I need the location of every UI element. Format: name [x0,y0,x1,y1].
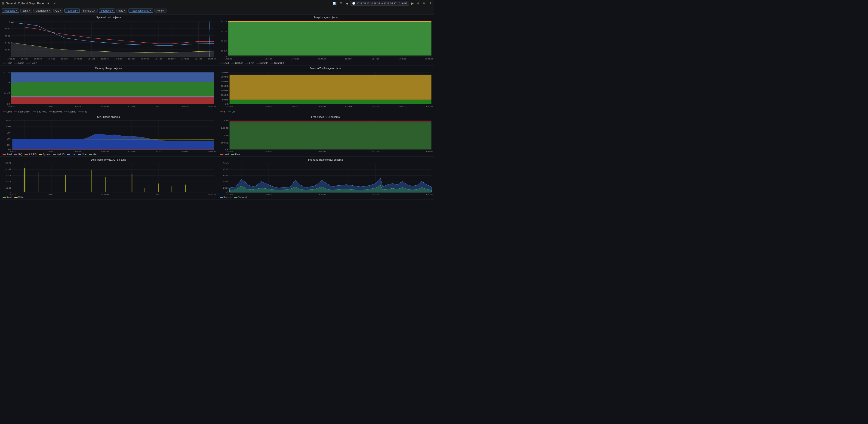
svg-text:0 b/s: 0 b/s [224,191,228,193]
time-range-display[interactable]: 🕐 2022-05-17 10:38:34 to 2022-05-17 10:4… [350,1,409,5]
legend-mem-cached: Cached [64,110,76,113]
svg-text:10:39:00: 10:39:00 [7,106,15,108]
svg-marker-128 [229,100,431,104]
zoom-in-button[interactable]: ⊕ [422,1,426,5]
svg-text:10:42:00: 10:42:00 [318,194,326,196]
svg-text:100%: 100% [6,125,11,128]
swap-usage-chart: 40 GB 30 GB 20 GB 10 GB 0 B 10:39:00 10:… [217,19,434,61]
svg-text:10:44:30: 10:44:30 [155,58,162,60]
svg-text:50 MB: 50 MB [222,98,228,101]
svg-text:10:41:00: 10:41:00 [74,151,82,153]
svg-rect-215 [38,172,38,192]
filter-nvme1n1[interactable]: nvme1n1▾ [81,8,98,13]
panel-free-space: Free space (OE) on jama 2 TB 1.50 TB 1 T… [217,114,434,157]
svg-marker-188 [229,121,431,122]
svg-text:20 Gb: 20 Gb [5,181,11,183]
filter-none[interactable]: None▾ [154,8,166,13]
star-button[interactable]: ★ [46,1,51,5]
svg-text:3 kb/s: 3 kb/s [223,174,229,177]
system-load-svg: 1 0.800 0.600 0.400 0.200 0 10:39:00 10:… [0,19,217,61]
svg-text:10:40:00: 10:40:00 [48,106,55,108]
svg-text:0%: 0% [8,148,11,150]
filter-eth0[interactable]: eth0▾ [116,8,127,13]
settings-button[interactable]: ⚙ [339,1,344,5]
cpu-usage-chart: 125% 100% 75% 50% 25% 0% 10:39:00 10:40:… [0,119,217,153]
svg-text:1: 1 [9,21,10,23]
svg-text:10:46:30: 10:46:30 [425,194,433,196]
svg-text:100 MB: 100 MB [221,94,228,96]
svg-text:30 Gb: 30 Gb [5,174,11,177]
cpu-usage-title: CPU usage on jama [0,114,217,119]
svg-text:10:46:30: 10:46:30 [425,151,433,153]
swap-inout-chart: 350 MB 300 MB 250 MB 200 MB 150 MB 100 M… [217,70,434,110]
filter-oe[interactable]: OE▾ [54,8,63,13]
svg-text:10:43:00: 10:43:00 [345,106,352,108]
free-space-legend: Used Free [217,153,434,157]
filter-interface[interactable]: Interface▾ [99,8,115,13]
legend-slab-recl: Slab Recl. [33,110,47,113]
swap-usage-legend: Used Cached Free SwapIn SwapOut [217,61,434,65]
interface-svg: 5 kb/s 4 kb/s 3 kb/s 2 kb/s 1 kb/s 0 b/s… [217,162,434,196]
svg-text:10:41:00: 10:41:00 [291,58,299,60]
svg-text:10:44:00: 10:44:00 [372,151,379,153]
svg-text:500 GB: 500 GB [221,142,228,144]
cpu-legend: Steal IRQ SoftIRQ System Wait-IO User Ni… [0,153,217,157]
svg-text:10:40:00: 10:40:00 [265,106,272,108]
panel-swap-inout: Swap In/Out Usage on jama 350 MB [217,65,434,114]
svg-rect-222 [172,186,172,192]
svg-text:1 TB: 1 TB [224,134,228,136]
svg-text:10:46:00: 10:46:00 [195,58,202,60]
panel-cpu-usage: CPU usage on jama 125% 100% 75% [0,114,217,157]
svg-marker-187 [229,122,431,149]
svg-text:10:39:30: 10:39:30 [21,58,28,60]
svg-text:10:42:00: 10:42:00 [101,194,109,196]
svg-text:10:42:00: 10:42:00 [88,58,95,60]
svg-text:2 TB: 2 TB [224,119,228,121]
swap-usage-svg: 40 GB 30 GB 20 GB 10 GB 0 B 10:39:00 10:… [217,19,434,61]
svg-text:0: 0 [10,191,11,193]
filter-partition[interactable]: Partition▾ [64,8,80,13]
svg-text:10:45:00: 10:45:00 [168,58,176,60]
system-load-title: System Load on jama [0,15,217,19]
svg-text:10 Gb: 10 Gb [5,187,11,189]
svg-text:10:41:00: 10:41:00 [291,106,299,108]
svg-text:10:44:00: 10:44:00 [141,58,149,60]
svg-text:10:46:30: 10:46:30 [208,151,216,153]
svg-rect-217 [92,170,92,192]
svg-text:2 kb/s: 2 kb/s [223,181,229,183]
chart-icon-button[interactable]: 📊 [332,1,338,5]
svg-text:10:39:00: 10:39:00 [226,151,233,153]
zoom-out-button[interactable]: ⊖ [416,1,421,5]
svg-text:10:43:00: 10:43:00 [115,58,122,60]
swap-inout-svg: 350 MB 300 MB 250 MB 200 MB 150 MB 100 M… [217,70,434,110]
nav-left-button[interactable]: ◀ [344,1,349,5]
svg-text:10:45:00: 10:45:00 [398,58,406,60]
filter-bar: hostname▾ jama▾ Mountpoint▾ OE▾ Partitio… [0,7,434,15]
svg-text:40 Gb: 40 Gb [5,168,11,170]
filter-hostname[interactable]: hostname▾ [2,8,19,13]
svg-text:10:41:00: 10:41:00 [74,106,82,108]
svg-text:0 B: 0 B [224,56,227,58]
svg-text:10:40:00: 10:40:00 [265,194,272,196]
share-button[interactable]: ⤢ [52,1,57,5]
filter-mountpoint[interactable]: Mountpoint▾ [33,8,52,13]
svg-text:5 kb/s: 5 kb/s [223,162,229,164]
svg-marker-63 [228,22,431,56]
svg-text:300 MB: 300 MB [221,76,228,78]
svg-text:10:42:00: 10:42:00 [318,58,326,60]
nav-right-button[interactable]: ▶ [410,1,415,5]
filter-jama[interactable]: jama▾ [20,8,32,13]
svg-text:10:45:00: 10:45:00 [181,106,189,108]
svg-text:10:42:00: 10:42:00 [101,106,109,108]
filter-retention[interactable]: Retention Policy▾ [129,8,153,13]
svg-text:10:39:00: 10:39:00 [8,151,16,153]
svg-marker-127 [229,75,431,100]
svg-marker-92 [11,96,214,97]
svg-text:10:44:00: 10:44:00 [155,194,162,196]
svg-text:10:39:00: 10:39:00 [7,58,15,60]
legend-swap-in: In [220,110,225,113]
svg-rect-216 [65,175,66,192]
disk-legend: Read Write [0,196,217,199]
refresh-button[interactable]: ↺ [427,1,432,5]
svg-text:250 MB: 250 MB [221,80,228,83]
